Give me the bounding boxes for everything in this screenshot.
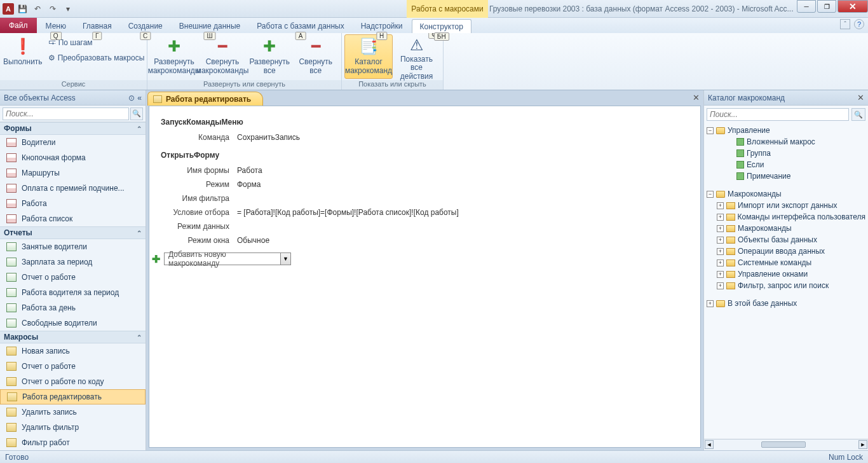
- macro-param-row[interactable]: Условие отбора= [Работа]![Код работы]=[Ф…: [161, 205, 689, 219]
- file-tab[interactable]: Файл Ф: [0, 18, 37, 33]
- nav-item[interactable]: Удалить запись: [0, 404, 146, 420]
- collapse-actions-button[interactable]: ━ Свернуть макрокоманды: [198, 34, 247, 79]
- tree-toggle-icon[interactable]: +: [717, 225, 724, 232]
- nav-group-header[interactable]: Макросы⌃: [0, 331, 146, 343]
- ribbon-tab[interactable]: ГлавнаяГ: [75, 19, 119, 33]
- catalog-close-button[interactable]: ✕: [857, 93, 864, 102]
- tree-folder-db[interactable]: +В этой базе данных: [707, 298, 865, 309]
- nav-item[interactable]: Новая запись: [0, 343, 146, 359]
- tree-subfolder[interactable]: +Фильтр, запрос или поиск: [707, 280, 865, 291]
- macro-param-row[interactable]: КомандаСохранитьЗапись: [161, 130, 689, 144]
- nav-group-header[interactable]: Формы⌃: [0, 122, 146, 135]
- catalog-search-input[interactable]: [707, 108, 849, 121]
- macro-param-row[interactable]: Имя формыРабота: [161, 163, 689, 177]
- collapse-all-button[interactable]: ━ Свернуть все: [293, 34, 339, 79]
- action-catalog-button[interactable]: 📑 Каталог макрокоманд: [344, 34, 393, 79]
- macro-action-head[interactable]: ЗапускКомандыМеню: [161, 118, 689, 127]
- ribbon-tab[interactable]: МенюQ: [38, 19, 74, 33]
- nav-item[interactable]: Отчет о работе по коду: [0, 374, 146, 389]
- tree-toggle-icon[interactable]: +: [717, 271, 724, 278]
- tree-subfolder[interactable]: +Системные команды: [707, 257, 865, 268]
- maximize-button[interactable]: ❐: [817, 0, 836, 13]
- scroll-thumb[interactable]: [761, 441, 806, 448]
- nav-item[interactable]: Оплата с премией подчине...: [0, 181, 146, 196]
- nav-item[interactable]: Занятые водители: [0, 239, 146, 254]
- tree-item[interactable]: Если: [707, 159, 865, 170]
- document-tab[interactable]: Работа редактировать: [147, 92, 263, 106]
- run-button[interactable]: ❗ Выполнить: [3, 34, 43, 79]
- tree-item[interactable]: Примечание: [707, 170, 865, 182]
- dropdown-icon[interactable]: ▼: [280, 253, 290, 265]
- tree-node-label: Управление окнами: [738, 270, 808, 279]
- tree-item[interactable]: Вложенный макрос: [707, 136, 865, 148]
- catalog-search-button[interactable]: 🔍: [851, 108, 865, 121]
- nav-group-header[interactable]: Отчеты⌃: [0, 226, 146, 239]
- macro-param-row[interactable]: Режим данных: [161, 219, 689, 233]
- tree-toggle-icon[interactable]: +: [717, 214, 724, 221]
- close-button[interactable]: ✕: [837, 0, 868, 13]
- nav-item[interactable]: Работа список: [0, 211, 146, 226]
- nav-item[interactable]: Маршруты: [0, 165, 146, 181]
- nav-item[interactable]: Работа за день: [0, 300, 146, 315]
- tree-subfolder[interactable]: +Команды интерфейса пользователя: [707, 211, 865, 223]
- macro-param-row[interactable]: РежимФорма: [161, 177, 689, 191]
- tree-subfolder[interactable]: +Макрокоманды: [707, 223, 865, 234]
- ribbon-help-button[interactable]: ?: [854, 19, 864, 29]
- macro-action-head[interactable]: ОткрытьФорму: [161, 151, 689, 160]
- nav-item[interactable]: Работа: [0, 196, 146, 211]
- tree-item[interactable]: Группа: [707, 148, 865, 159]
- nav-item[interactable]: Зарплата за период: [0, 254, 146, 270]
- tree-toggle-icon[interactable]: +: [707, 300, 714, 307]
- ribbon-tab[interactable]: НадстройкиН: [353, 19, 410, 33]
- nav-item[interactable]: Кнопочная форма: [0, 150, 146, 165]
- tree-folder-control[interactable]: −Управление: [707, 125, 865, 136]
- tree-toggle-icon[interactable]: +: [717, 237, 724, 244]
- ribbon-tab[interactable]: СозданиеС: [121, 19, 170, 33]
- expand-actions-button[interactable]: ✚ Развернуть макрокоманды: [150, 34, 198, 79]
- nav-item[interactable]: Работа водителя за период: [0, 285, 146, 300]
- nav-header[interactable]: Все объекты Access ⊙ «: [0, 90, 146, 106]
- tree-subfolder[interactable]: +Управление окнами: [707, 268, 865, 280]
- catalog-hscrollbar[interactable]: ◄ ►: [704, 439, 868, 450]
- nav-collapse-icon[interactable]: «: [137, 93, 142, 102]
- nav-search-input[interactable]: [3, 107, 129, 120]
- tree-subfolder[interactable]: +Операции ввода данных: [707, 245, 865, 257]
- qat-redo-button[interactable]: ↷: [46, 2, 60, 16]
- macro-icon: [6, 347, 17, 356]
- convert-button[interactable]: ⚙Преобразовать макросы: [46, 51, 147, 65]
- nav-item[interactable]: Удалить фильтр: [0, 420, 146, 435]
- qat-undo-button[interactable]: ↶: [31, 2, 44, 16]
- ribbon-tab[interactable]: КонструкторБН: [412, 19, 471, 33]
- tree-toggle-icon[interactable]: +: [717, 259, 724, 266]
- document-close-button[interactable]: ✕: [693, 93, 700, 102]
- scroll-right-icon[interactable]: ►: [858, 440, 867, 449]
- add-action-combo[interactable]: Добавить новую макрокоманду ▼: [164, 252, 291, 265]
- nav-item[interactable]: Работа редактировать: [0, 389, 146, 404]
- ribbon-tab[interactable]: Внешние данныеШ: [172, 19, 248, 33]
- nav-search-button[interactable]: 🔍: [130, 107, 143, 120]
- nav-item[interactable]: Отчет о работе: [0, 270, 146, 285]
- show-all-actions-button[interactable]: ⚠ Показать все действия: [393, 34, 440, 79]
- nav-item[interactable]: Фильтр работ: [0, 435, 146, 450]
- scroll-left-icon[interactable]: ◄: [705, 440, 714, 449]
- tree-subfolder[interactable]: +Импорт или экспорт данных: [707, 200, 865, 211]
- nav-dropdown-icon[interactable]: ⊙: [128, 93, 135, 102]
- tree-toggle-icon[interactable]: −: [707, 127, 714, 134]
- macro-param-row[interactable]: Имя фильтра: [161, 191, 689, 205]
- expand-all-button[interactable]: ✚ Развернуть все: [247, 34, 293, 79]
- macro-param-row[interactable]: Режим окнаОбычное: [161, 233, 689, 247]
- nav-item[interactable]: Отчет о работе: [0, 359, 146, 374]
- minimize-button[interactable]: ─: [797, 0, 816, 13]
- ribbon-minimize-button[interactable]: ˆ: [840, 19, 850, 29]
- tree-toggle-icon[interactable]: −: [707, 191, 714, 198]
- nav-item[interactable]: Свободные водители: [0, 315, 146, 331]
- ribbon-tab[interactable]: Работа с базами данныхА: [249, 19, 351, 33]
- qat-save-button[interactable]: 💾: [15, 2, 29, 16]
- tree-toggle-icon[interactable]: +: [717, 248, 724, 255]
- tree-toggle-icon[interactable]: +: [717, 282, 724, 289]
- tree-toggle-icon[interactable]: +: [717, 202, 724, 209]
- tree-subfolder[interactable]: +Объекты базы данных: [707, 234, 865, 245]
- nav-item[interactable]: Водители: [0, 135, 146, 150]
- tree-folder-macros[interactable]: −Макрокоманды: [707, 188, 865, 200]
- qat-customize-button[interactable]: ▾: [61, 2, 75, 16]
